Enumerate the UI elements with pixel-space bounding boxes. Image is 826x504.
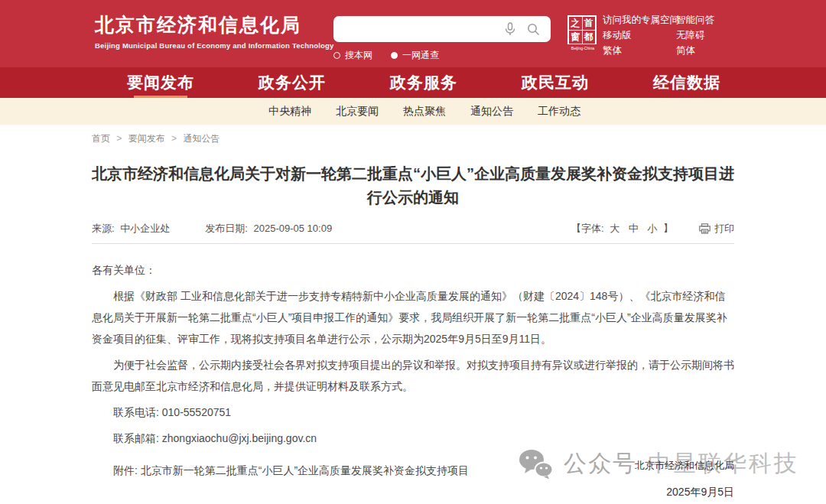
quick-links-column-1: 访问我的专属空间 移动版 繁体 <box>603 12 679 58</box>
print-button[interactable]: 打印 <box>699 222 734 236</box>
search-scope-options: 搜本网 一网通查 <box>333 49 551 62</box>
breadcrumb-news-release[interactable]: 要闻发布 <box>128 133 165 144</box>
printer-icon <box>699 223 711 234</box>
font-size-small-button[interactable]: 小 <box>647 223 657 234</box>
font-size-medium-button[interactable]: 中 <box>629 223 639 234</box>
nav-item-gov-affairs-open[interactable]: 政务公开 <box>255 67 329 98</box>
logo-caption: Beijing-China <box>570 46 596 50</box>
capital-window-logo[interactable]: 之 首 窗 都 Beijing-China <box>567 15 598 50</box>
scope-one-net-search[interactable]: 一网通查 <box>391 49 439 62</box>
link-simplified-chinese[interactable]: 简体 <box>676 43 714 58</box>
capital-window-logo-grid: 之 首 窗 都 <box>567 15 597 44</box>
watermark-label: 公众号 <box>564 448 637 480</box>
article-source: 来源: 中小企业处 <box>92 222 173 236</box>
link-accessibility[interactable]: 无障碍 <box>676 28 714 43</box>
breadcrumb-home[interactable]: 首页 <box>92 133 110 144</box>
voice-search-button[interactable] <box>502 21 519 37</box>
nav-item-gov-services[interactable]: 政务服务 <box>387 67 460 98</box>
nav-item-industry-data[interactable]: 经信数据 <box>650 67 724 98</box>
article-title: 北京市经济和信息化局关于对新一轮第二批重点“小巨人”企业高质量发展奖补资金拟支持… <box>92 162 734 210</box>
main-navigation: 要闻发布 政务公开 政务服务 政民互动 经信数据 <box>0 67 826 98</box>
date-label: 发布日期: <box>205 223 248 234</box>
signature-date: 2025年9月5日 <box>635 486 734 499</box>
scope-search-this-site[interactable]: 搜本网 <box>333 49 372 62</box>
article-paragraph: 根据《财政部 工业和信息化部关于进一步支持专精特新中小企业高质量发展的通知》（财… <box>92 285 734 350</box>
wechat-icon <box>519 449 554 480</box>
font-label: 】 <box>663 223 673 234</box>
quick-links-column-2: 智能问答 无障碍 简体 <box>676 12 714 58</box>
subnav-item-central-spirit[interactable]: 中央精神 <box>268 105 311 119</box>
breadcrumb-separator: > <box>116 133 122 144</box>
site-title: 北京市经济和信息化局 <box>95 12 334 37</box>
article-salutation: 各有关单位： <box>92 259 734 281</box>
article-publish-date: 发布日期: 2025-09-05 10:09 <box>205 222 335 236</box>
search-input[interactable] <box>337 16 496 42</box>
date-value: 2025-09-05 10:09 <box>254 223 333 234</box>
article-meta-row: 来源: 中小企业处 发布日期: 2025-09-05 10:09 【字体: 大 … <box>92 222 734 244</box>
subnav-item-notices[interactable]: 通知公告 <box>470 105 513 119</box>
link-smart-qa[interactable]: 智能问答 <box>676 12 714 28</box>
link-traditional-chinese[interactable]: 繁体 <box>603 43 679 58</box>
logo-char: 之 <box>569 17 582 30</box>
font-size-large-button[interactable]: 大 <box>610 223 620 234</box>
magnifier-icon <box>527 23 540 36</box>
breadcrumb: 首页 > 要闻发布 > 通知公告 <box>92 132 734 145</box>
search-submit-button[interactable] <box>525 21 541 37</box>
scope-label: 搜本网 <box>345 49 372 62</box>
font-label: 【字体: <box>571 223 604 234</box>
search-box <box>333 16 551 42</box>
article-paragraph: 为便于社会监督，公示期内接受社会各界对拟支持项目提出的异议和举报。对拟支持项目持… <box>92 354 734 397</box>
contact-phone: 联系电话: 010-55520751 <box>92 402 734 423</box>
breadcrumb-separator: > <box>171 133 177 144</box>
nav-item-news-release[interactable]: 要闻发布 <box>124 67 197 98</box>
scope-label: 一网通查 <box>402 49 439 62</box>
site-header: 北京市经济和信息化局 Beijing Municipal Bureau of E… <box>0 0 826 67</box>
sub-navigation: 中央精神 北京要闻 热点聚焦 通知公告 工作动态 <box>0 98 826 125</box>
search-area: 搜本网 一网通查 <box>333 16 551 62</box>
site-brand: 北京市经济和信息化局 Beijing Municipal Bureau of E… <box>95 12 334 50</box>
font-size-control: 【字体: 大 中 小 】 <box>571 222 673 236</box>
logo-char: 都 <box>583 31 596 44</box>
source-label: 来源: <box>92 223 115 234</box>
link-my-space[interactable]: 访问我的专属空间 <box>603 12 679 28</box>
radio-selected-icon <box>391 52 398 59</box>
content-area: 首页 > 要闻发布 > 通知公告 北京市经济和信息化局关于对新一轮第二批重点“小… <box>92 132 734 481</box>
signature-org: 北京市经济和信息化局 <box>635 459 734 473</box>
link-mobile-version[interactable]: 移动版 <box>603 28 679 43</box>
subnav-item-work-updates[interactable]: 工作动态 <box>538 105 580 119</box>
radio-unselected-icon <box>333 52 340 59</box>
logo-char: 窗 <box>569 31 582 44</box>
nav-item-public-interaction[interactable]: 政民互动 <box>519 67 592 98</box>
subnav-item-beijing-news[interactable]: 北京要闻 <box>336 105 379 119</box>
microphone-icon <box>505 22 515 36</box>
print-label: 打印 <box>714 222 734 236</box>
source-value: 中小企业处 <box>120 223 170 234</box>
contact-email: 联系邮箱: zhongxiaochu@jxj.beijing.gov.cn <box>92 428 734 449</box>
logo-char: 首 <box>583 17 596 30</box>
site-subtitle: Beijing Municipal Bureau of Economy and … <box>95 41 334 50</box>
article-signature: 北京市经济和信息化局 2025年9月5日 <box>635 459 734 499</box>
subnav-item-hot-focus[interactable]: 热点聚焦 <box>403 105 446 119</box>
breadcrumb-notices[interactable]: 通知公告 <box>183 133 220 144</box>
